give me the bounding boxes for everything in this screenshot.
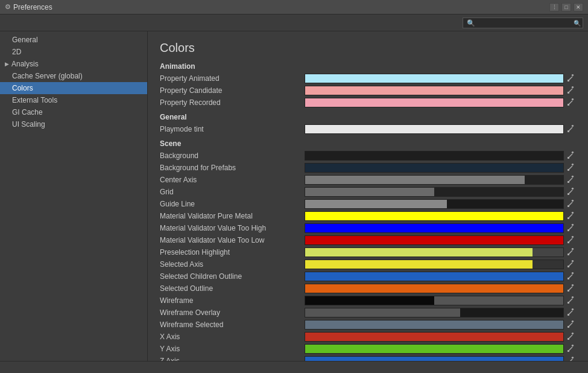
title-bar-controls: ⋮ □ ✕	[549, 3, 583, 11]
color-label-center-axis: Center Axis	[160, 176, 305, 184]
color-bar-background-prefabs[interactable]	[305, 163, 564, 173]
color-bar-wrap-material-too-high	[305, 223, 576, 233]
sidebar-item-2d[interactable]: 2D	[0, 46, 147, 58]
svg-rect-9	[571, 125, 574, 127]
eyedropper-btn-selected-children-outline[interactable]	[566, 272, 576, 281]
color-label-selected-axis: Selected Axis	[160, 260, 305, 269]
svg-line-37	[569, 250, 572, 254]
sidebar-item-external-tools[interactable]: External Tools	[0, 94, 147, 106]
color-bar-material-too-low[interactable]	[305, 235, 564, 245]
eyedropper-btn-background-prefabs[interactable]	[566, 163, 576, 173]
color-bar-material-pure-metal[interactable]	[305, 211, 564, 221]
color-bar-wireframe-overlay[interactable]	[305, 308, 564, 317]
sidebar-item-colors[interactable]: Colors	[0, 82, 147, 94]
svg-rect-32	[567, 229, 569, 231]
eyedropper-btn-playmode-tint[interactable]	[566, 124, 576, 134]
color-bar-z-axis[interactable]	[305, 356, 564, 361]
color-bar-wrap-selected-outline	[305, 284, 576, 293]
color-bar-wireframe-selected[interactable]	[305, 320, 564, 330]
eyedropper-btn-wireframe-selected[interactable]	[566, 320, 576, 330]
color-bar-preselection-highlight[interactable]	[305, 247, 564, 257]
svg-rect-26	[567, 205, 569, 207]
color-bar-grid[interactable]	[305, 187, 564, 197]
svg-line-46	[569, 287, 572, 290]
color-bar-wireframe[interactable]	[305, 296, 564, 305]
svg-rect-17	[567, 169, 569, 171]
svg-line-43	[569, 275, 572, 278]
eyedropper-btn-wireframe-overlay[interactable]	[566, 308, 576, 317]
eyedropper-btn-z-axis[interactable]	[566, 356, 576, 361]
color-label-wireframe-overlay: Wireframe Overlay	[160, 308, 305, 317]
restore-button[interactable]: □	[561, 3, 571, 11]
eyedropper-btn-y-axis[interactable]	[566, 344, 576, 354]
eyedropper-btn-selected-axis[interactable]	[566, 260, 576, 269]
section-header-scene: Scene	[160, 139, 576, 148]
search-input[interactable]	[463, 18, 583, 28]
color-row-property-recorded: Property Recorded	[160, 97, 576, 108]
color-bar-material-too-high[interactable]	[305, 223, 564, 233]
eyedropper-btn-property-animated[interactable]	[566, 74, 576, 83]
color-bar-y-axis[interactable]	[305, 344, 564, 354]
color-bar-wrap-x-axis	[305, 332, 576, 342]
eyedropper-btn-x-axis[interactable]	[566, 332, 576, 342]
sidebar-item-gi-cache[interactable]: GI Cache	[0, 106, 147, 118]
color-bar-selected-outline[interactable]	[305, 284, 564, 293]
color-bar-wrap-y-axis	[305, 344, 576, 354]
color-bar-property-animated[interactable]	[305, 74, 564, 83]
color-row-y-axis: Y Axis	[160, 343, 576, 354]
color-bar-x-axis[interactable]	[305, 332, 564, 342]
svg-rect-8	[567, 104, 569, 106]
svg-line-34	[569, 238, 572, 242]
more-options-button[interactable]: ⋮	[549, 3, 559, 11]
sidebar-item-general[interactable]: General	[0, 34, 147, 46]
svg-line-28	[569, 214, 572, 218]
color-label-y-axis: Y Axis	[160, 345, 305, 353]
svg-rect-30	[571, 224, 574, 226]
color-bar-property-candidate[interactable]	[305, 86, 564, 95]
color-label-wireframe-selected: Wireframe Selected	[160, 320, 305, 329]
svg-rect-24	[571, 200, 574, 202]
color-bar-property-recorded[interactable]	[305, 98, 564, 107]
svg-line-7	[569, 101, 572, 104]
window-title: Preferences	[13, 3, 52, 11]
eyedropper-btn-grid[interactable]	[566, 187, 576, 197]
eyedropper-btn-wireframe[interactable]	[566, 296, 576, 305]
close-button[interactable]: ✕	[574, 3, 583, 11]
color-bar-playmode-tint[interactable]	[305, 124, 564, 134]
color-bar-selected-axis[interactable]	[305, 260, 564, 269]
arrow-icon: ▶	[5, 61, 9, 67]
color-bar-wrap-z-axis	[305, 356, 576, 361]
eyedropper-btn-guide-line[interactable]	[566, 199, 576, 209]
svg-rect-39	[571, 260, 574, 263]
eyedropper-btn-center-axis[interactable]	[566, 175, 576, 185]
color-bar-selected-children-outline[interactable]	[305, 272, 564, 281]
color-bar-wrap-playmode-tint	[305, 124, 576, 134]
color-label-grid: Grid	[160, 188, 305, 196]
sidebar-item-analysis[interactable]: ▶Analysis	[0, 58, 147, 70]
color-row-wireframe-overlay: Wireframe Overlay	[160, 307, 576, 318]
color-bar-guide-line[interactable]	[305, 199, 564, 209]
color-bar-background[interactable]	[305, 151, 564, 161]
eyedropper-btn-material-too-low[interactable]	[566, 235, 576, 245]
svg-rect-45	[571, 284, 574, 287]
eyedropper-btn-property-recorded[interactable]	[566, 98, 576, 107]
svg-rect-29	[567, 217, 569, 219]
sidebar: General2D▶AnalysisCache Server (global)C…	[0, 31, 148, 361]
svg-line-49	[569, 299, 572, 302]
sidebar-item-label: GI Cache	[12, 108, 43, 116]
color-bar-center-axis[interactable]	[305, 175, 564, 185]
svg-line-55	[569, 323, 572, 327]
sidebar-item-cache-server[interactable]: Cache Server (global)	[0, 70, 147, 82]
eyedropper-btn-background[interactable]	[566, 151, 576, 161]
eyedropper-btn-preselection-highlight[interactable]	[566, 247, 576, 257]
svg-line-40	[569, 263, 572, 266]
eyedropper-btn-material-pure-metal[interactable]	[566, 211, 576, 221]
sidebar-item-ui-scaling[interactable]: UI Scaling	[0, 118, 147, 130]
svg-rect-38	[567, 253, 569, 255]
eyedropper-btn-property-candidate[interactable]	[566, 86, 576, 95]
color-row-background: Background	[160, 150, 576, 161]
eyedropper-btn-selected-outline[interactable]	[566, 284, 576, 293]
color-row-x-axis: X Axis	[160, 331, 576, 342]
eyedropper-btn-material-too-high[interactable]	[566, 223, 576, 233]
svg-line-4	[569, 89, 572, 92]
